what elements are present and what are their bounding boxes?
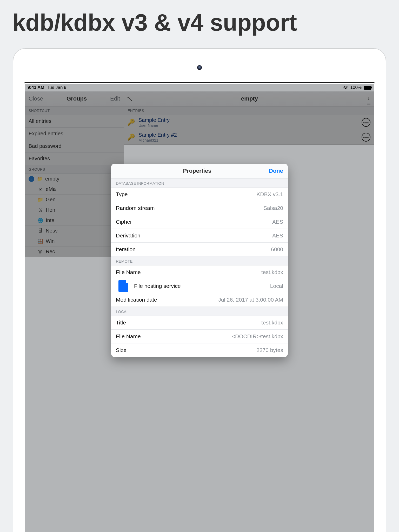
- done-button[interactable]: Done: [211, 168, 288, 174]
- property-row: Titletest.kdbx: [111, 316, 288, 330]
- property-row: Random streamSalsa20: [111, 201, 288, 215]
- property-row: Modification dateJul 26, 2017 at 3:00:00…: [111, 293, 288, 307]
- device-frame: 9:41 AMTue Jan 9 100% Close Groups: [13, 48, 386, 532]
- properties-modal: Properties Done DATABASE INFORMATION Typ…: [111, 164, 288, 357]
- local-header: LOCAL: [111, 307, 288, 316]
- property-row: File hosting serviceLocal: [111, 279, 288, 293]
- remote-header: REMOTE: [111, 256, 288, 265]
- db-info-header: DATABASE INFORMATION: [111, 178, 288, 188]
- property-row: Size2270 bytes: [111, 343, 288, 357]
- property-row: File Nametest.kdbx: [111, 265, 288, 279]
- property-row: TypeKDBX v3.1: [111, 188, 288, 201]
- property-row: Iteration6000: [111, 243, 288, 256]
- hero-title: kdb/kdbx v3 & v4 support: [0, 0, 399, 43]
- file-icon: [118, 280, 128, 292]
- screen-bezel: 9:41 AMTue Jan 9 100% Close Groups: [24, 82, 375, 532]
- camera-dot: [197, 65, 202, 70]
- property-row: CipherAES: [111, 215, 288, 229]
- property-row: File Name<DOCDIR>/test.kdbx: [111, 330, 288, 343]
- property-row: DerivationAES: [111, 229, 288, 243]
- modal-title: Properties: [183, 168, 211, 174]
